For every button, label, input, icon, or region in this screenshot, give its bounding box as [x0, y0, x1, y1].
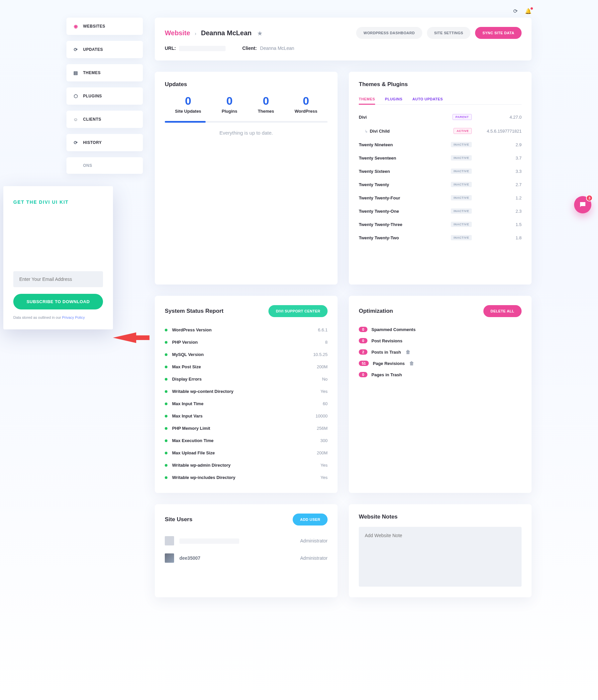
tab-auto-updates[interactable]: AUTO UPDATES	[412, 94, 443, 104]
star-icon[interactable]: ★	[258, 30, 262, 36]
history-icon: ⟳	[73, 140, 78, 145]
optimization-count: 2	[359, 349, 367, 355]
status-value: 6.6.1	[318, 327, 328, 332]
optimization-row: 0 Post Revisions	[359, 335, 522, 346]
sidebar-label: THEMES	[83, 71, 101, 75]
status-dot-icon	[165, 427, 167, 430]
updates-counter: 0 Themes	[258, 94, 274, 114]
chat-count-badge: 3	[586, 195, 593, 201]
optimization-label: Spammed Comments	[371, 327, 416, 332]
theme-row[interactable]: Twenty Twenty-One INACTIVE 2.3	[359, 204, 522, 218]
optimization-row: 2 Posts in Trash 🗑	[359, 346, 522, 358]
promo-email-input[interactable]	[13, 271, 103, 287]
status-name: Display Errors	[172, 377, 322, 381]
status-value: 10000	[316, 414, 328, 419]
sidebar-label: UPDATES	[83, 47, 103, 52]
status-dot-icon	[165, 353, 167, 356]
theme-name: Twenty Twenty-Three	[359, 222, 451, 227]
privacy-link[interactable]: Privacy Policy	[62, 316, 85, 319]
updates-card: Updates 0 Site Updates0 Plugins0 Themes0…	[155, 72, 338, 284]
status-dot-icon	[165, 366, 167, 368]
website-note-input[interactable]	[359, 527, 522, 587]
theme-row[interactable]: Twenty Nineteen INACTIVE 2.9	[359, 138, 522, 151]
site-user-row[interactable]: Administrator	[165, 532, 328, 549]
system-status-row: Max Execution Time 300	[165, 434, 328, 447]
divi-support-center-button[interactable]: DIVI SUPPORT CENTER	[268, 305, 328, 317]
header-client: Client: Deanna McLean	[242, 46, 294, 51]
sidebar-item-clients[interactable]: ☺ CLIENTS	[67, 111, 143, 128]
tab-themes[interactable]: THEMES	[359, 94, 375, 105]
status-name: WordPress Version	[172, 327, 318, 332]
bell-icon[interactable]: 🔔	[525, 8, 531, 14]
sidebar-item-themes[interactable]: ▤ THEMES	[67, 64, 143, 81]
subscribe-button[interactable]: SUBSCRIBE TO DOWNLOAD	[13, 294, 103, 309]
theme-row[interactable]: Twenty Twenty-Three INACTIVE 1.5	[359, 218, 522, 231]
add-user-button[interactable]: ADD USER	[293, 514, 328, 525]
sidebar-label: PLUGINS	[83, 94, 102, 98]
breadcrumb-current: Deanna McLean	[201, 29, 252, 37]
theme-version: 4.27.0	[472, 115, 522, 120]
theme-version: 1.8	[472, 235, 522, 240]
sidebar-item-history[interactable]: ⟳ HISTORY	[67, 134, 143, 151]
wordpress-dashboard-button[interactable]: WORDPRESS DASHBOARD	[356, 27, 422, 39]
clients-icon: ☺	[73, 117, 78, 122]
status-name: MySQL Version	[172, 352, 313, 357]
theme-row[interactable]: Twenty Twenty INACTIVE 2.7	[359, 178, 522, 191]
header-url: URL:	[165, 46, 226, 51]
sidebar-item-websites[interactable]: ◉ WEBSITES	[67, 18, 143, 35]
website-notes-title: Website Notes	[359, 514, 522, 520]
updates-label: WordPress	[295, 109, 317, 114]
system-status-row: PHP Memory Limit 256M	[165, 422, 328, 434]
status-dot-icon	[165, 476, 167, 479]
site-user-row[interactable]: dee35007 Administrator	[165, 549, 328, 567]
user-role: Administrator	[300, 538, 328, 544]
theme-row[interactable]: Divi PARENT 4.27.0	[359, 110, 522, 124]
updates-label: Themes	[258, 109, 274, 114]
status-name: Max Post Size	[172, 364, 317, 369]
breadcrumb-root[interactable]: Website	[165, 29, 190, 37]
sidebar: ◉ WEBSITES ⟳ UPDATES ▤ THEMES ⬡ PLUGINS …	[67, 18, 143, 180]
tab-plugins[interactable]: PLUGINS	[385, 94, 402, 104]
system-status-row: Writable wp-admin Directory Yes	[165, 459, 328, 471]
status-value: 256M	[317, 426, 328, 431]
optimization-row: 0 Pages in Trash	[359, 369, 522, 380]
sidebar-item-plugins[interactable]: ⬡ PLUGINS	[67, 88, 143, 105]
themes-plugins-card: Themes & Plugins THEMES PLUGINS AUTO UPD…	[349, 72, 531, 284]
sidebar-item-updates[interactable]: ⟳ UPDATES	[67, 41, 143, 58]
sync-site-data-button[interactable]: SYNC SITE DATA	[475, 27, 522, 39]
optimization-row: 0 Spammed Comments	[359, 324, 522, 335]
user-name: dee35007	[179, 555, 295, 561]
updates-count: 0	[295, 94, 317, 107]
theme-name: Twenty Nineteen	[359, 142, 451, 147]
status-name: Writable wp-content Directory	[172, 389, 320, 394]
theme-row[interactable]: Twenty Twenty-Four INACTIVE 1.2	[359, 191, 522, 204]
trash-icon[interactable]: 🗑	[406, 349, 410, 355]
status-value: No	[322, 377, 328, 381]
theme-version: 2.9	[472, 142, 522, 147]
theme-badge: INACTIVE	[451, 208, 472, 214]
system-status-row: PHP Version 8	[165, 336, 328, 348]
theme-row[interactable]: Twenty Twenty-Two INACTIVE 1.8	[359, 231, 522, 244]
status-dot-icon	[165, 440, 167, 442]
status-value: 10.5.25	[313, 352, 328, 357]
system-status-row: MySQL Version 10.5.25	[165, 348, 328, 360]
chat-button[interactable]: 3	[574, 196, 591, 214]
url-redacted	[179, 46, 226, 51]
optimization-count: 51	[359, 360, 369, 366]
website-notes-card: Website Notes	[349, 504, 531, 597]
refresh-icon[interactable]: ⟳	[513, 8, 518, 14]
sidebar-item-ons[interactable]: ONS	[67, 157, 143, 174]
theme-badge: INACTIVE	[451, 195, 472, 200]
site-users-card: Site Users ADD USER Administrator dee350…	[155, 504, 338, 597]
site-settings-button[interactable]: SITE SETTINGS	[427, 27, 471, 39]
theme-row[interactable]: Twenty Seventeen INACTIVE 3.7	[359, 151, 522, 165]
status-value: Yes	[320, 389, 328, 394]
optimization-label: Posts in Trash	[371, 350, 401, 355]
delete-all-button[interactable]: DELETE ALL	[484, 305, 522, 317]
theme-row[interactable]: ↳Divi Child ACTIVE 4.5.6.1597771821	[359, 124, 522, 138]
trash-icon[interactable]: 🗑	[409, 360, 414, 366]
theme-version: 3.3	[472, 169, 522, 174]
status-value: 60	[323, 401, 328, 406]
theme-row[interactable]: Twenty Sixteen INACTIVE 3.3	[359, 165, 522, 178]
optimization-label: Post Revisions	[371, 339, 402, 343]
